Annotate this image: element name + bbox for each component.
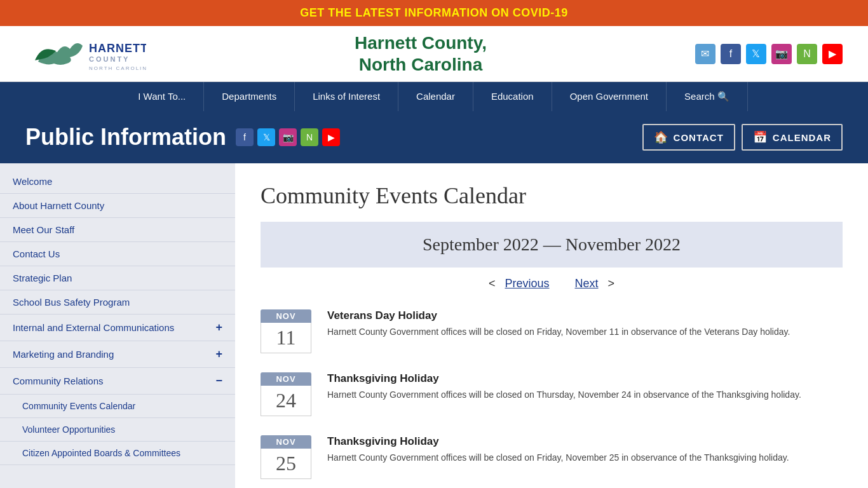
event-day-2: 24 <box>261 386 311 416</box>
nav-calendar[interactable]: Calendar <box>398 82 473 111</box>
community-collapse-icon: − <box>215 374 222 388</box>
contact-button[interactable]: 🏠 CONTACT <box>642 124 735 151</box>
event-date-nov-24: NOV 24 <box>261 372 311 416</box>
sidebar-item-comms[interactable]: Internal and External Communications + <box>0 315 235 341</box>
event-item-2: NOV 24 Thanksgiving Holiday Harnett Coun… <box>261 372 843 416</box>
calendar-range-header: September 2022 — November 2022 <box>261 222 843 268</box>
nav-education[interactable]: Education <box>473 82 552 111</box>
page-instagram-icon[interactable]: 📷 <box>279 128 297 146</box>
nav-departments[interactable]: Departments <box>204 82 295 111</box>
next-link[interactable]: Next <box>575 277 599 290</box>
page-twitter-icon[interactable]: 𝕏 <box>257 128 275 146</box>
harnett-logo: HARNETT COUNTY NORTH CAROLINA <box>25 33 146 74</box>
sidebar-item-volunteer[interactable]: Volunteer Opportunities <box>0 418 235 442</box>
page-nextdoor-icon[interactable]: N <box>301 128 318 146</box>
calendar-navigation: < Previous Next > <box>261 277 843 290</box>
event-month-badge-1: NOV <box>261 309 311 323</box>
event-item-3: NOV 25 Thanksgiving Holiday Harnett Coun… <box>261 435 843 479</box>
svg-text:COUNTY: COUNTY <box>89 55 130 63</box>
sidebar: Welcome About Harnett County Meet Our St… <box>0 163 235 488</box>
page-social-icons: f 𝕏 📷 N ▶ <box>236 128 340 146</box>
event-info-1: Veterans Day Holiday Harnett County Gove… <box>327 309 843 339</box>
header-email-icon[interactable]: ✉ <box>695 44 715 64</box>
event-desc-3: Harnett County Government offices will b… <box>327 451 843 464</box>
comms-expand-icon: + <box>215 321 222 334</box>
sidebar-item-welcome[interactable]: Welcome <box>0 170 235 194</box>
content-area: Welcome About Harnett County Meet Our St… <box>0 163 868 488</box>
header-social-icons: ✉ f 𝕏 📷 N ▶ <box>695 44 843 64</box>
contact-icon: 🏠 <box>654 130 668 144</box>
marketing-expand-icon: + <box>215 348 222 361</box>
page-header-buttons: 🏠 CONTACT 📅 CALENDAR <box>642 124 843 151</box>
main-nav: I Want To... Departments Links of Intere… <box>0 82 868 111</box>
calendar-icon: 📅 <box>753 130 768 144</box>
svg-text:HARNETT: HARNETT <box>89 42 146 55</box>
event-day-3: 25 <box>261 449 311 479</box>
sidebar-item-events-calendar[interactable]: Community Events Calendar <box>0 395 235 418</box>
sidebar-item-boards[interactable]: Citizen Appointed Boards & Committees <box>0 442 235 465</box>
nav-search[interactable]: Search 🔍 <box>667 82 748 111</box>
previous-link[interactable]: Previous <box>505 277 549 290</box>
covid-banner-link[interactable]: GET THE LATEST INFORMATION ON COVID-19 <box>300 6 567 19</box>
event-date-nov-11: NOV 11 <box>261 309 311 353</box>
site-title: Harnett County, North Carolina <box>355 32 487 75</box>
event-desc-2: Harnett County Government offices will b… <box>327 388 843 402</box>
sidebar-item-staff[interactable]: Meet Our Staff <box>0 218 235 242</box>
sidebar-item-bus-safety[interactable]: School Bus Safety Program <box>0 290 235 315</box>
event-month-badge-2: NOV <box>261 372 311 386</box>
main-page-heading: Community Events Calendar <box>261 182 843 209</box>
header-facebook-icon[interactable]: f <box>721 44 741 64</box>
page-section-header: Public Information f 𝕏 📷 N ▶ 🏠 CONTACT 📅… <box>0 111 868 163</box>
page-youtube-icon[interactable]: ▶ <box>322 128 340 146</box>
sidebar-item-contact[interactable]: Contact Us <box>0 242 235 266</box>
page-facebook-icon[interactable]: f <box>236 128 254 146</box>
sidebar-item-marketing[interactable]: Marketing and Branding + <box>0 341 235 368</box>
event-day-1: 11 <box>261 323 311 353</box>
nav-links[interactable]: Links of Interest <box>295 82 398 111</box>
event-title-1: Veterans Day Holiday <box>327 309 843 322</box>
header-twitter-icon[interactable]: 𝕏 <box>746 44 766 64</box>
header-youtube-icon[interactable]: ▶ <box>822 44 843 64</box>
nav-i-want-to[interactable]: I Want To... <box>120 82 204 111</box>
event-desc-1: Harnett County Government offices will b… <box>327 325 843 339</box>
logo-area: HARNETT COUNTY NORTH CAROLINA <box>25 33 146 74</box>
sidebar-item-strategic[interactable]: Strategic Plan <box>0 266 235 290</box>
event-month-badge-3: NOV <box>261 435 311 449</box>
event-title-2: Thanksgiving Holiday <box>327 372 843 385</box>
header-nextdoor-icon[interactable]: N <box>797 44 817 64</box>
page-header-left: Public Information f 𝕏 📷 N ▶ <box>25 124 340 151</box>
sidebar-item-community-relations[interactable]: Community Relations − <box>0 368 235 395</box>
header-instagram-icon[interactable]: 📷 <box>771 44 792 64</box>
nav-open-government[interactable]: Open Government <box>552 82 667 111</box>
main-content: Community Events Calendar September 2022… <box>235 163 868 488</box>
calendar-button[interactable]: 📅 CALENDAR <box>742 124 843 151</box>
event-date-nov-25: NOV 25 <box>261 435 311 479</box>
sidebar-item-about[interactable]: About Harnett County <box>0 194 235 218</box>
page-title: Public Information <box>25 124 226 151</box>
site-header: HARNETT COUNTY NORTH CAROLINA Harnett Co… <box>0 26 868 82</box>
event-info-3: Thanksgiving Holiday Harnett County Gove… <box>327 435 843 464</box>
event-info-2: Thanksgiving Holiday Harnett County Gove… <box>327 372 843 402</box>
event-item-1: NOV 11 Veterans Day Holiday Harnett Coun… <box>261 309 843 353</box>
event-title-3: Thanksgiving Holiday <box>327 435 843 448</box>
covid-banner[interactable]: GET THE LATEST INFORMATION ON COVID-19 <box>0 0 868 26</box>
svg-text:NORTH CAROLINA: NORTH CAROLINA <box>89 65 146 71</box>
